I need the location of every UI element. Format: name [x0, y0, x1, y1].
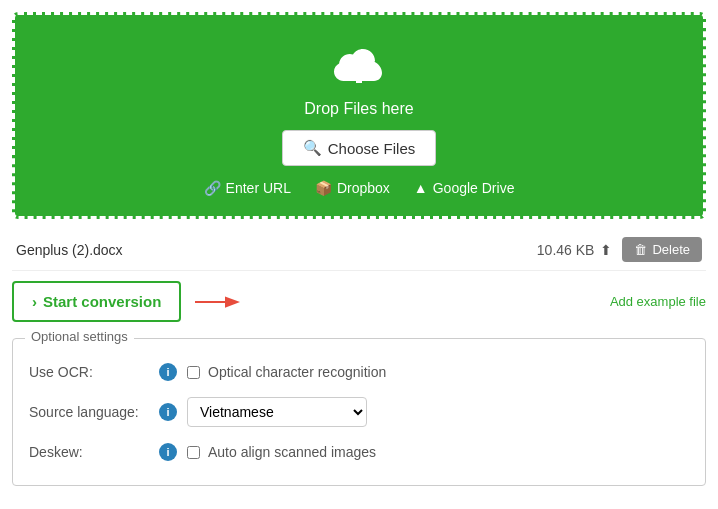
use-ocr-label: Use OCR:	[29, 364, 149, 380]
deskew-checkbox[interactable]	[187, 446, 200, 459]
source-language-content: Vietnamese English French German Spanish…	[187, 397, 689, 427]
google-drive-icon: ▲	[414, 180, 428, 196]
enter-url-link[interactable]: 🔗 Enter URL	[204, 180, 291, 196]
source-language-row: Source language: i Vietnamese English Fr…	[29, 389, 689, 435]
start-conversion-button[interactable]: › Start conversion	[12, 281, 181, 322]
use-ocr-checkbox-label[interactable]: Optical character recognition	[208, 364, 386, 380]
cloud-upload-icon	[331, 43, 387, 92]
source-language-label: Source language:	[29, 404, 149, 420]
deskew-info-icon[interactable]: i	[159, 443, 177, 461]
deskew-checkbox-label[interactable]: Auto align scanned images	[208, 444, 376, 460]
link-icon: 🔗	[204, 180, 221, 196]
optional-settings-legend: Optional settings	[25, 329, 134, 344]
drop-text: Drop Files here	[35, 100, 683, 118]
file-name: Genplus (2).docx	[16, 242, 527, 258]
use-ocr-content: Optical character recognition	[187, 364, 689, 380]
arrow-indicator	[195, 290, 255, 314]
use-ocr-row: Use OCR: i Optical character recognition	[29, 355, 689, 389]
dropbox-icon: 📦	[315, 180, 332, 196]
download-icon: ⬆	[600, 242, 612, 258]
conversion-row: › Start conversion Add example file	[12, 271, 706, 332]
use-ocr-info-icon[interactable]: i	[159, 363, 177, 381]
source-language-select[interactable]: Vietnamese English French German Spanish…	[187, 397, 367, 427]
deskew-row: Deskew: i Auto align scanned images	[29, 435, 689, 469]
dropbox-link[interactable]: 📦 Dropbox	[315, 180, 390, 196]
file-row: Genplus (2).docx 10.46 KB ⬆ 🗑 Delete	[12, 229, 706, 271]
source-language-info-icon[interactable]: i	[159, 403, 177, 421]
add-example-link[interactable]: Add example file	[610, 294, 706, 309]
deskew-content: Auto align scanned images	[187, 444, 689, 460]
use-ocr-checkbox[interactable]	[187, 366, 200, 379]
file-size: 10.46 KB ⬆	[537, 242, 613, 258]
search-icon: 🔍	[303, 139, 322, 157]
deskew-label: Deskew:	[29, 444, 149, 460]
trash-icon: 🗑	[634, 242, 647, 257]
choose-files-button[interactable]: 🔍 Choose Files	[282, 130, 437, 166]
chevron-right-icon: ›	[32, 293, 37, 310]
optional-settings-panel: Optional settings Use OCR: i Optical cha…	[12, 338, 706, 486]
delete-button[interactable]: 🗑 Delete	[622, 237, 702, 262]
drop-zone[interactable]: Drop Files here 🔍 Choose Files 🔗 Enter U…	[12, 12, 706, 219]
google-drive-link[interactable]: ▲ Google Drive	[414, 180, 515, 196]
